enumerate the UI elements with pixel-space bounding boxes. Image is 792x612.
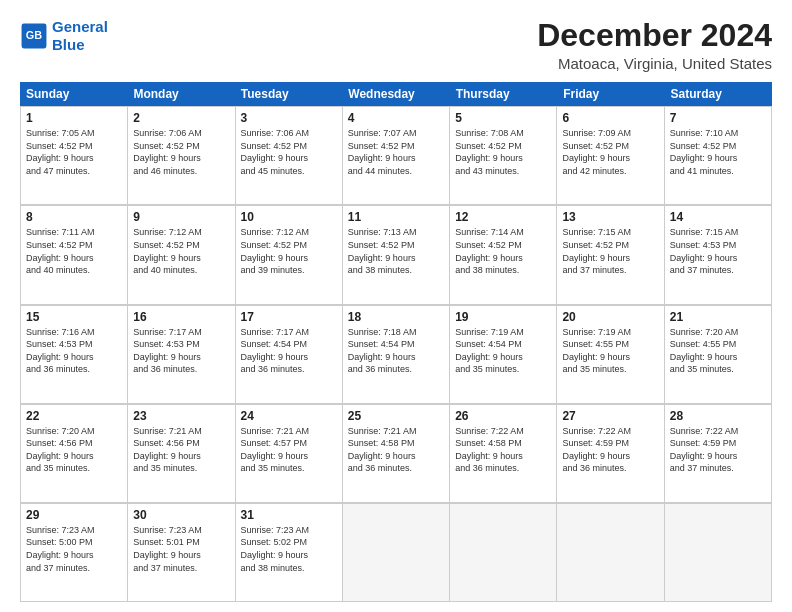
calendar-cell: 26Sunrise: 7:22 AMSunset: 4:58 PMDayligh… (450, 405, 557, 503)
calendar-cell: 1Sunrise: 7:05 AMSunset: 4:52 PMDaylight… (21, 107, 128, 205)
day-info: Sunrise: 7:20 AMSunset: 4:55 PMDaylight:… (670, 326, 766, 376)
title-block: December 2024 Matoaca, Virginia, United … (537, 18, 772, 72)
day-number: 24 (241, 409, 337, 423)
day-info: Sunrise: 7:12 AMSunset: 4:52 PMDaylight:… (241, 226, 337, 276)
day-number: 10 (241, 210, 337, 224)
day-number: 20 (562, 310, 658, 324)
calendar-cell: 15Sunrise: 7:16 AMSunset: 4:53 PMDayligh… (21, 306, 128, 404)
calendar-cell: 14Sunrise: 7:15 AMSunset: 4:53 PMDayligh… (665, 206, 772, 304)
calendar-cell: 27Sunrise: 7:22 AMSunset: 4:59 PMDayligh… (557, 405, 664, 503)
calendar-week-row: 1Sunrise: 7:05 AMSunset: 4:52 PMDaylight… (20, 106, 772, 205)
header: GB General Blue December 2024 Matoaca, V… (20, 18, 772, 72)
day-number: 31 (241, 508, 337, 522)
day-info: Sunrise: 7:23 AMSunset: 5:02 PMDaylight:… (241, 524, 337, 574)
day-info: Sunrise: 7:09 AMSunset: 4:52 PMDaylight:… (562, 127, 658, 177)
calendar-cell: 29Sunrise: 7:23 AMSunset: 5:00 PMDayligh… (21, 504, 128, 602)
day-info: Sunrise: 7:19 AMSunset: 4:54 PMDaylight:… (455, 326, 551, 376)
calendar-cell: 13Sunrise: 7:15 AMSunset: 4:52 PMDayligh… (557, 206, 664, 304)
calendar-cell: 7Sunrise: 7:10 AMSunset: 4:52 PMDaylight… (665, 107, 772, 205)
calendar-cell: 9Sunrise: 7:12 AMSunset: 4:52 PMDaylight… (128, 206, 235, 304)
calendar-cell: 17Sunrise: 7:17 AMSunset: 4:54 PMDayligh… (236, 306, 343, 404)
day-number: 23 (133, 409, 229, 423)
calendar-cell: 2Sunrise: 7:06 AMSunset: 4:52 PMDaylight… (128, 107, 235, 205)
calendar-cell: 10Sunrise: 7:12 AMSunset: 4:52 PMDayligh… (236, 206, 343, 304)
calendar-cell: 30Sunrise: 7:23 AMSunset: 5:01 PMDayligh… (128, 504, 235, 602)
day-info: Sunrise: 7:22 AMSunset: 4:59 PMDaylight:… (562, 425, 658, 475)
day-number: 1 (26, 111, 122, 125)
calendar-cell (450, 504, 557, 602)
day-number: 26 (455, 409, 551, 423)
calendar-week-row: 8Sunrise: 7:11 AMSunset: 4:52 PMDaylight… (20, 205, 772, 304)
day-number: 27 (562, 409, 658, 423)
day-info: Sunrise: 7:18 AMSunset: 4:54 PMDaylight:… (348, 326, 444, 376)
day-number: 17 (241, 310, 337, 324)
calendar-week-row: 29Sunrise: 7:23 AMSunset: 5:00 PMDayligh… (20, 503, 772, 602)
calendar-cell (343, 504, 450, 602)
day-info: Sunrise: 7:12 AMSunset: 4:52 PMDaylight:… (133, 226, 229, 276)
day-number: 8 (26, 210, 122, 224)
day-info: Sunrise: 7:15 AMSunset: 4:52 PMDaylight:… (562, 226, 658, 276)
calendar-cell: 28Sunrise: 7:22 AMSunset: 4:59 PMDayligh… (665, 405, 772, 503)
calendar: SundayMondayTuesdayWednesdayThursdayFrid… (20, 82, 772, 602)
day-number: 16 (133, 310, 229, 324)
logo-icon: GB (20, 22, 48, 50)
logo-text: General Blue (52, 18, 108, 54)
calendar-cell: 5Sunrise: 7:08 AMSunset: 4:52 PMDaylight… (450, 107, 557, 205)
calendar-day-header: Friday (557, 82, 664, 106)
calendar-week-row: 22Sunrise: 7:20 AMSunset: 4:56 PMDayligh… (20, 404, 772, 503)
day-info: Sunrise: 7:22 AMSunset: 4:58 PMDaylight:… (455, 425, 551, 475)
day-number: 12 (455, 210, 551, 224)
day-number: 29 (26, 508, 122, 522)
day-number: 13 (562, 210, 658, 224)
day-info: Sunrise: 7:14 AMSunset: 4:52 PMDaylight:… (455, 226, 551, 276)
calendar-cell: 31Sunrise: 7:23 AMSunset: 5:02 PMDayligh… (236, 504, 343, 602)
calendar-cell: 8Sunrise: 7:11 AMSunset: 4:52 PMDaylight… (21, 206, 128, 304)
logo-line1: General (52, 18, 108, 35)
calendar-day-header: Thursday (450, 82, 557, 106)
day-info: Sunrise: 7:16 AMSunset: 4:53 PMDaylight:… (26, 326, 122, 376)
calendar-cell: 16Sunrise: 7:17 AMSunset: 4:53 PMDayligh… (128, 306, 235, 404)
calendar-cell: 22Sunrise: 7:20 AMSunset: 4:56 PMDayligh… (21, 405, 128, 503)
day-info: Sunrise: 7:10 AMSunset: 4:52 PMDaylight:… (670, 127, 766, 177)
day-info: Sunrise: 7:21 AMSunset: 4:56 PMDaylight:… (133, 425, 229, 475)
calendar-cell: 20Sunrise: 7:19 AMSunset: 4:55 PMDayligh… (557, 306, 664, 404)
calendar-day-header: Tuesday (235, 82, 342, 106)
day-number: 2 (133, 111, 229, 125)
day-number: 18 (348, 310, 444, 324)
day-info: Sunrise: 7:20 AMSunset: 4:56 PMDaylight:… (26, 425, 122, 475)
day-number: 30 (133, 508, 229, 522)
day-number: 6 (562, 111, 658, 125)
calendar-cell: 18Sunrise: 7:18 AMSunset: 4:54 PMDayligh… (343, 306, 450, 404)
calendar-cell: 23Sunrise: 7:21 AMSunset: 4:56 PMDayligh… (128, 405, 235, 503)
logo-line2: Blue (52, 36, 85, 53)
day-number: 28 (670, 409, 766, 423)
day-number: 7 (670, 111, 766, 125)
day-info: Sunrise: 7:08 AMSunset: 4:52 PMDaylight:… (455, 127, 551, 177)
calendar-header: SundayMondayTuesdayWednesdayThursdayFrid… (20, 82, 772, 106)
day-info: Sunrise: 7:21 AMSunset: 4:58 PMDaylight:… (348, 425, 444, 475)
calendar-cell: 3Sunrise: 7:06 AMSunset: 4:52 PMDaylight… (236, 107, 343, 205)
day-number: 4 (348, 111, 444, 125)
day-number: 11 (348, 210, 444, 224)
day-number: 25 (348, 409, 444, 423)
day-info: Sunrise: 7:23 AMSunset: 5:01 PMDaylight:… (133, 524, 229, 574)
calendar-cell: 6Sunrise: 7:09 AMSunset: 4:52 PMDaylight… (557, 107, 664, 205)
main-title: December 2024 (537, 18, 772, 53)
day-info: Sunrise: 7:22 AMSunset: 4:59 PMDaylight:… (670, 425, 766, 475)
day-number: 15 (26, 310, 122, 324)
day-info: Sunrise: 7:05 AMSunset: 4:52 PMDaylight:… (26, 127, 122, 177)
day-info: Sunrise: 7:21 AMSunset: 4:57 PMDaylight:… (241, 425, 337, 475)
day-info: Sunrise: 7:15 AMSunset: 4:53 PMDaylight:… (670, 226, 766, 276)
day-info: Sunrise: 7:06 AMSunset: 4:52 PMDaylight:… (133, 127, 229, 177)
calendar-day-header: Wednesday (342, 82, 449, 106)
day-info: Sunrise: 7:23 AMSunset: 5:00 PMDaylight:… (26, 524, 122, 574)
calendar-body: 1Sunrise: 7:05 AMSunset: 4:52 PMDaylight… (20, 106, 772, 602)
calendar-cell: 24Sunrise: 7:21 AMSunset: 4:57 PMDayligh… (236, 405, 343, 503)
day-number: 22 (26, 409, 122, 423)
day-info: Sunrise: 7:07 AMSunset: 4:52 PMDaylight:… (348, 127, 444, 177)
calendar-cell: 12Sunrise: 7:14 AMSunset: 4:52 PMDayligh… (450, 206, 557, 304)
day-number: 9 (133, 210, 229, 224)
day-number: 19 (455, 310, 551, 324)
subtitle: Matoaca, Virginia, United States (537, 55, 772, 72)
day-number: 14 (670, 210, 766, 224)
